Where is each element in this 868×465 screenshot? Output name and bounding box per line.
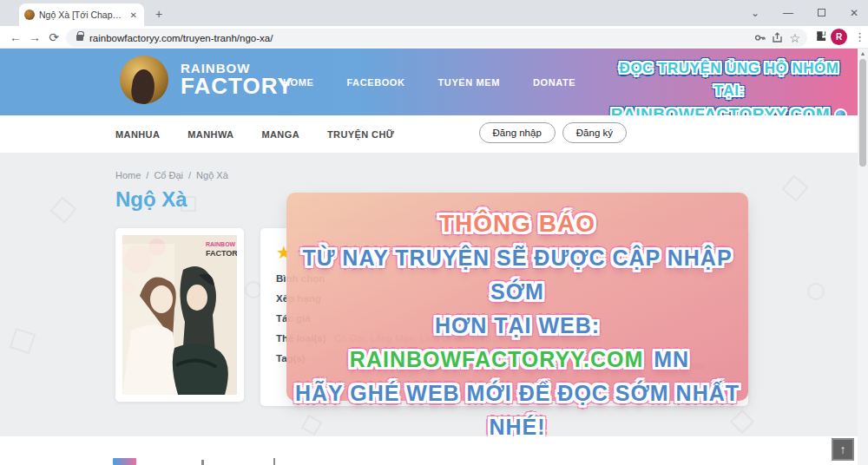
breadcrumb-separator: / (188, 170, 191, 180)
address-bar[interactable]: rainbowfactoryy.com/truyen-tranh/ngo-xa/… (66, 29, 807, 47)
notice-line-3-site: RAINBOWFACTORYY.COM (350, 347, 643, 371)
deco-shape (807, 283, 825, 300)
url-text[interactable]: rainbowfactoryy.com/truyen-tranh/ngo-xa/ (89, 33, 748, 43)
forward-icon[interactable]: → (26, 29, 43, 46)
breadcrumb-co-dai[interactable]: Cổ Đại (154, 170, 183, 180)
nav-item-home[interactable]: HOME (283, 77, 313, 88)
footer-strip: ↑ (0, 436, 868, 465)
window-controls: ⌄ — ✕ (748, 0, 861, 26)
browser-tab[interactable]: Ngộ Xà [Tới Chap 46] - Rainbow ✕ (19, 3, 144, 26)
cut-text-fragment (273, 458, 275, 465)
back-icon[interactable]: ← (7, 29, 24, 46)
site-favicon-icon (24, 10, 35, 20)
deco-shape (245, 281, 262, 298)
bookmark-star-icon[interactable]: ☆ (789, 31, 800, 45)
password-key-icon[interactable] (754, 32, 766, 43)
scrollbar-thumb[interactable] (859, 59, 866, 167)
svg-text:FACTORY: FACTORY (206, 249, 237, 258)
page-title: Ngộ Xà (115, 187, 187, 212)
breadcrumb-separator: / (146, 170, 148, 180)
comic-cover-image: RAINBOW FACTORY (122, 235, 237, 395)
logo-avatar-image (120, 56, 168, 104)
reload-icon[interactable]: ⟳ (45, 29, 62, 46)
subnav-item-manhua[interactable]: MANHUA (115, 129, 160, 140)
announcement-overlay: THÔNG BÁO TỪ NAY TRUYỆN SẼ ĐƯỢC CẬP NHẬP… (286, 193, 748, 401)
maximize-icon[interactable] (814, 0, 828, 26)
tab-strip: Ngộ Xà [Tới Chap 46] - Rainbow ✕ + ⌄ — ✕ (0, 0, 868, 26)
main-nav: HOME FACEBOOK TUYỂN MEM DONATE (283, 49, 575, 115)
breadcrumb: Home / Cổ Đại / Ngộ Xà (115, 170, 228, 180)
notice-line-3-suffix: MN (654, 347, 689, 371)
notice-line-3-prefix: HƠN TẠI WEB: (435, 313, 600, 337)
subnav-item-truyen-chu[interactable]: TRUYỆN CHỮ (327, 129, 394, 140)
share-icon[interactable] (772, 32, 783, 43)
new-tab-button[interactable]: + (151, 7, 167, 23)
login-button[interactable]: Đăng nhập (479, 122, 556, 143)
notice-heading: THÔNG BÁO (286, 206, 748, 241)
notice-line-2: TỪ NAY TRUYỆN SẼ ĐƯỢC CẬP NHẬP SỚM (286, 241, 748, 309)
deco-shape (50, 197, 77, 224)
site-header: RAINBOW FACTORY HOME FACEBOOK TUYỂN MEM … (0, 49, 858, 115)
minimize-icon[interactable]: — (781, 0, 795, 26)
section-badge (113, 458, 136, 465)
browser-window: Ngộ Xà [Tới Chap 46] - Rainbow ✕ + ⌄ — ✕… (0, 0, 868, 465)
subnav-item-manhwa[interactable]: MANHWA (187, 129, 233, 140)
breadcrumb-home[interactable]: Home (115, 170, 141, 180)
tab-close-icon[interactable]: ✕ (128, 10, 139, 20)
tab-title: Ngộ Xà [Tới Chap 46] - Rainbow (39, 10, 124, 20)
https-lock-icon[interactable] (76, 35, 83, 41)
register-button[interactable]: Đăng ký (562, 122, 627, 143)
promo-line-1: ĐỌC TRUYỆN ỦNG HỘ NHÓM TẠI: (608, 57, 851, 102)
subnav-item-manga[interactable]: MANGA (261, 129, 299, 140)
profile-avatar[interactable]: R (831, 29, 847, 45)
site-logo[interactable]: RAINBOW FACTORY (120, 56, 293, 104)
cover-card: RAINBOW FACTORY (115, 228, 244, 402)
svg-text:RAINBOW: RAINBOW (206, 241, 236, 247)
notice-line-4: HÃY GHÉ WEB MỚI ĐỂ ĐỌC SỚM NHẤT NHÉ! (286, 377, 748, 436)
close-icon[interactable]: ✕ (847, 0, 861, 26)
deco-shape (10, 328, 36, 354)
nav-item-donate[interactable]: DONATE (533, 77, 575, 88)
page-scrollbar[interactable]: ▲ (858, 49, 868, 465)
cut-text-fragment (201, 460, 204, 465)
logo-text-bottom: FACTORY (181, 73, 293, 100)
scroll-to-top-button[interactable]: ↑ (832, 438, 854, 461)
breadcrumb-current: Ngộ Xà (196, 170, 228, 180)
browser-menu-icon[interactable]: ⋮ (854, 29, 865, 46)
nav-item-facebook[interactable]: FACEBOOK (346, 77, 404, 88)
nav-item-tuyen-mem[interactable]: TUYỂN MEM (438, 77, 500, 88)
category-nav: MANHUA MANHWA MANGA TRUYỆN CHỮ Đăng nhập… (0, 115, 868, 153)
scrollbar-up-arrow[interactable]: ▲ (858, 50, 868, 56)
deco-shape (782, 175, 809, 202)
tab-search-chevron-icon[interactable]: ⌄ (748, 0, 762, 26)
page-content: Home / Cổ Đại / Ngộ Xà Ngộ Xà (0, 153, 868, 436)
extensions-puzzle-icon[interactable] (814, 29, 830, 45)
